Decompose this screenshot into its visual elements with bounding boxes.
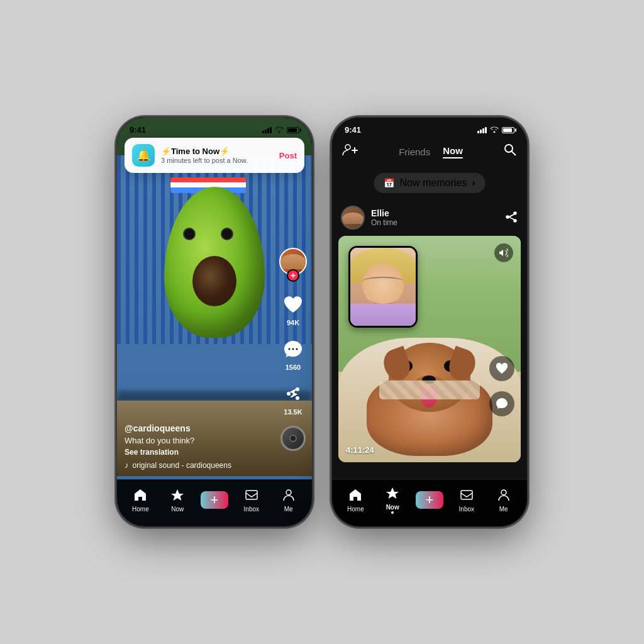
volume-button[interactable] — [494, 243, 513, 262]
nav-now-label: Now — [171, 506, 184, 513]
status-time: 9:41 — [130, 125, 146, 135]
post-user-avatar[interactable] — [341, 206, 365, 230]
bottom-navigation-2: Home Now + — [332, 479, 527, 526]
avocado-stone — [192, 256, 236, 306]
plus-icon-2: + — [426, 492, 434, 508]
share-button[interactable]: 13.5K — [280, 381, 306, 416]
nav-me-2[interactable]: Me — [485, 488, 522, 513]
nav-home[interactable]: Home — [122, 488, 159, 513]
home-icon — [133, 488, 147, 504]
creator-username[interactable]: @cardioqueens — [125, 423, 274, 433]
svg-point-0 — [289, 348, 291, 350]
front-camera-selfie — [348, 246, 418, 328]
svg-point-14 — [514, 219, 516, 222]
sound-info[interactable]: ♪ original sound - cardioqueens — [125, 460, 274, 470]
avocado-costume — [158, 168, 271, 369]
svg-point-15 — [506, 216, 509, 218]
post-time: On time — [371, 218, 397, 227]
music-disc-icon — [280, 426, 306, 451]
calendar-icon: 📅 — [384, 178, 394, 188]
notification-body: 3 minutes left to post a Now. — [161, 157, 273, 164]
page-tabs: Friends Now — [399, 145, 463, 158]
comment-button-now[interactable] — [489, 391, 514, 416]
status-icons — [262, 126, 299, 134]
search-button[interactable] — [503, 143, 517, 160]
video-description: What do you think? — [125, 436, 274, 445]
plus-icon: + — [211, 492, 219, 508]
svg-point-1 — [292, 348, 294, 350]
svg-rect-6 — [246, 491, 257, 499]
svg-point-7 — [286, 490, 291, 495]
heart-icon — [280, 292, 306, 317]
sound-name: original sound - cardioqueens — [133, 461, 231, 470]
now-icon-2 — [386, 486, 399, 502]
create-button[interactable]: + — [201, 491, 228, 509]
selfie-image — [350, 248, 416, 326]
svg-point-17 — [501, 490, 506, 495]
wifi-icon-2 — [490, 126, 499, 134]
add-friend-button[interactable] — [342, 143, 358, 160]
tab-friends[interactable]: Friends — [399, 147, 430, 157]
nav-active-dot — [391, 511, 394, 514]
svg-point-8 — [345, 145, 350, 150]
post-header: Ellie On time — [332, 199, 527, 236]
notification-action-button[interactable]: Post — [279, 151, 297, 160]
svg-point-3 — [296, 387, 299, 391]
svg-point-11 — [505, 145, 513, 152]
nav-me[interactable]: Me — [270, 488, 307, 513]
tab-active-indicator — [443, 157, 463, 158]
comment-button[interactable]: 1560 — [280, 336, 306, 371]
like-count: 94K — [287, 319, 299, 326]
music-button[interactable] — [280, 426, 306, 451]
video-timer: 4:11:24 — [346, 445, 374, 455]
follow-plus-button[interactable]: + — [287, 269, 299, 282]
post-photo[interactable]: 4:11:24 — [338, 236, 521, 462]
profile-icon — [282, 488, 296, 504]
nav-home-2[interactable]: Home — [337, 488, 374, 513]
memories-pill[interactable]: 📅 Now memories › — [374, 173, 485, 193]
nav-inbox-2[interactable]: Inbox — [448, 488, 485, 513]
now-page-header: Friends Now — [332, 138, 527, 165]
notification-text: ⚡Time to Now⚡ 3 minutes left to post a N… — [161, 147, 273, 164]
phone-1-screen: 9:41 — [117, 118, 312, 526]
phone-1: 9:41 — [117, 118, 312, 526]
nav-now[interactable]: Now — [159, 488, 196, 513]
tab-now[interactable]: Now — [443, 145, 463, 158]
nav-create[interactable]: + — [196, 491, 233, 509]
signal-icon-2 — [477, 127, 487, 133]
notification-banner[interactable]: 🔔 ⚡Time to Now⚡ 3 minutes left to post a… — [125, 138, 304, 173]
nav-home-label: Home — [132, 506, 149, 513]
status-bar: 9:41 — [117, 118, 312, 137]
now-icon — [170, 488, 184, 504]
create-button-2[interactable]: + — [416, 491, 443, 509]
phone-2-screen: 9:41 — [332, 118, 527, 526]
comment-icon — [280, 336, 306, 362]
notification-title: ⚡Time to Now⚡ — [161, 147, 273, 156]
home-icon-2 — [348, 488, 362, 504]
creator-avatar[interactable]: + — [279, 248, 307, 282]
like-button-now[interactable] — [489, 356, 514, 381]
share-icon — [280, 381, 306, 406]
see-translation-link[interactable]: See translation — [125, 448, 274, 457]
comment-count: 1560 — [286, 364, 301, 371]
status-time-2: 9:41 — [345, 125, 361, 135]
nav-home-label-2: Home — [347, 506, 364, 513]
svg-point-13 — [514, 212, 516, 214]
music-note-icon: ♪ — [125, 460, 129, 470]
bottom-navigation: Home Now + Inbox — [117, 479, 312, 526]
notification-app-icon: 🔔 — [132, 144, 155, 167]
nav-inbox[interactable]: Inbox — [233, 488, 270, 513]
inbox-icon — [245, 488, 258, 504]
svg-line-12 — [511, 152, 516, 156]
svg-rect-16 — [461, 491, 472, 499]
battery-icon — [287, 127, 299, 133]
post-username: Ellie — [371, 208, 397, 218]
like-button[interactable]: 94K — [280, 292, 306, 326]
post-card: Ellie On time — [332, 199, 527, 479]
wifi-icon — [275, 126, 284, 134]
share-count: 13.5K — [284, 408, 302, 416]
battery-icon-2 — [502, 127, 514, 133]
post-share-button[interactable] — [504, 209, 518, 226]
nav-now-2[interactable]: Now — [374, 486, 411, 514]
nav-create-2[interactable]: + — [411, 491, 448, 509]
